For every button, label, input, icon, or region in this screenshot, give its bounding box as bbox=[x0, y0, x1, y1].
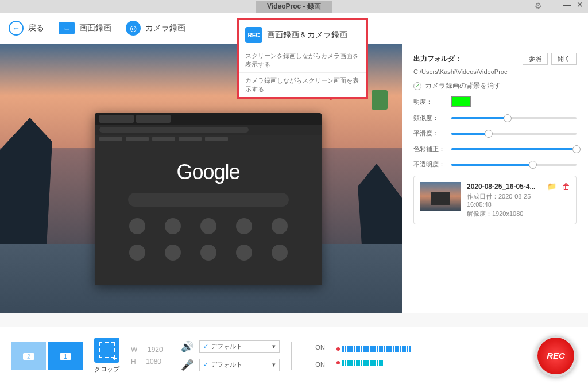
browser-window: Google bbox=[95, 113, 322, 285]
output-folder-label: 出力フォルダ： bbox=[413, 54, 462, 64]
similarity-slider[interactable] bbox=[451, 117, 577, 119]
color-correction-label: 色彩補正： bbox=[413, 145, 446, 153]
bottom-bar: 2 1 クロップ W1920 H1080 🔊 ✓デフォルト▾ 🎤 ✓デフォルト▾… bbox=[0, 327, 588, 384]
speaker-meter bbox=[336, 346, 411, 352]
brightness-label: 明度： bbox=[413, 98, 446, 106]
opacity-slider[interactable] bbox=[451, 164, 577, 166]
screen-2[interactable]: 2 bbox=[11, 342, 46, 370]
speaker-icon: 🔊 bbox=[181, 340, 194, 353]
delete-icon[interactable]: 🗑 bbox=[562, 182, 570, 218]
rec-badge-icon: REC bbox=[245, 27, 262, 43]
file-thumbnail bbox=[420, 182, 461, 211]
smoothness-slider[interactable] bbox=[451, 133, 577, 135]
file-name: 2020-08-25_16-05-4... bbox=[467, 183, 535, 191]
settings-icon[interactable]: ⚙ bbox=[535, 1, 542, 10]
similarity-label: 類似度： bbox=[413, 114, 446, 122]
folder-icon[interactable]: 📁 bbox=[547, 182, 556, 191]
mic-icon: 🎤 bbox=[181, 359, 194, 371]
dimensions: W1920 H1080 bbox=[131, 346, 169, 366]
bracket-divider bbox=[291, 342, 297, 370]
record-mode-dropdown: REC 画面録画＆カメラ録画 スクリーンを録画しながらカメラ画面を表示する カメ… bbox=[237, 18, 368, 99]
recording-file-item[interactable]: 2020-08-25_16-05-4... 📁 作成日付：2020-08-25 … bbox=[413, 176, 577, 224]
crop-button[interactable]: クロップ bbox=[94, 338, 119, 374]
titlebar: VideoProc - 録画 ⚙ — ✕ bbox=[0, 0, 588, 13]
app-title: VideoProc - 録画 bbox=[256, 1, 332, 13]
remove-bg-checkbox[interactable]: ✓ カメラ録画の背景を消す bbox=[413, 81, 577, 91]
width-value: 1920 bbox=[141, 346, 169, 354]
side-panel: 出力フォルダ： 参照 開く C:\Users\Kashi\Videos\Vide… bbox=[402, 44, 588, 313]
camera-icon: ◎ bbox=[126, 21, 141, 36]
dropdown-option-camera-screen[interactable]: カメラ録画しながらスクリーン画面を表示する bbox=[239, 72, 366, 97]
close-icon[interactable]: ✕ bbox=[577, 0, 583, 9]
speaker-select[interactable]: ✓デフォルト▾ bbox=[199, 340, 280, 353]
google-logo: Google bbox=[176, 160, 239, 184]
camera-record-button[interactable]: ◎ カメラ録画 bbox=[126, 21, 185, 36]
mic-meter bbox=[336, 360, 411, 366]
mic-toggle[interactable]: ON bbox=[315, 361, 325, 368]
minimize-icon[interactable]: — bbox=[563, 0, 571, 9]
smoothness-label: 平滑度： bbox=[413, 129, 446, 138]
screen-1[interactable]: 1 bbox=[48, 342, 83, 370]
screen-record-button[interactable]: ▭ 画面録画 bbox=[59, 22, 111, 34]
mic-select[interactable]: ✓デフォルト▾ bbox=[199, 359, 280, 371]
height-value: 1080 bbox=[140, 358, 168, 366]
check-icon: ✓ bbox=[413, 82, 421, 90]
speaker-toggle[interactable]: ON bbox=[315, 344, 325, 351]
open-button[interactable]: 開く bbox=[551, 53, 577, 65]
opacity-label: 不透明度： bbox=[413, 160, 446, 169]
output-path: C:\Users\Kashi\Videos\VideoProc bbox=[413, 68, 577, 75]
dropdown-option-screen-camera[interactable]: スクリーンを録画しながらカメラ画面を表示する bbox=[239, 48, 366, 72]
desktop-shortcut-icon bbox=[372, 90, 388, 110]
color-correction-slider[interactable] bbox=[451, 148, 577, 150]
browse-button[interactable]: 参照 bbox=[523, 53, 548, 65]
screen-selector[interactable]: 2 1 bbox=[11, 342, 83, 370]
dropdown-title: 画面録画＆カメラ録画 bbox=[267, 30, 347, 40]
google-search-bar bbox=[128, 193, 289, 207]
monitor-icon: ▭ bbox=[59, 22, 75, 34]
crop-icon bbox=[94, 338, 119, 363]
color-swatch[interactable] bbox=[451, 96, 471, 107]
back-button[interactable]: ← 戻る bbox=[9, 21, 44, 36]
record-button[interactable]: REC bbox=[535, 335, 577, 377]
back-arrow-icon: ← bbox=[9, 21, 24, 36]
